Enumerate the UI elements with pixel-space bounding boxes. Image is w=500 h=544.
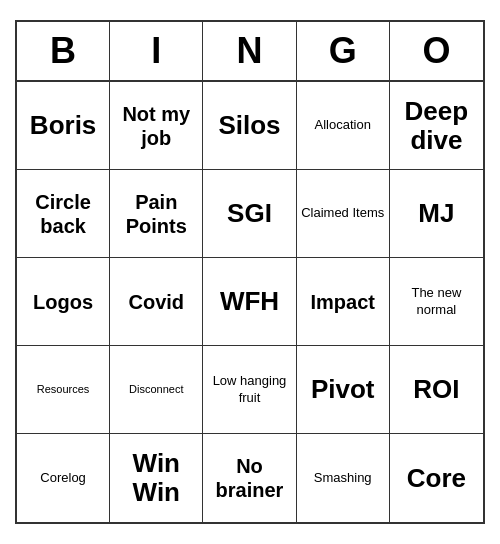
- bingo-cell: Pivot: [297, 346, 390, 434]
- bingo-cell: Resources: [17, 346, 110, 434]
- cell-text: ROI: [413, 375, 459, 404]
- cell-text: Pivot: [311, 375, 375, 404]
- cell-text: Disconnect: [129, 382, 183, 396]
- cell-text: Boris: [30, 111, 96, 140]
- bingo-cell: Allocation: [297, 82, 390, 170]
- header-letter: G: [297, 22, 390, 80]
- cell-text: Resources: [37, 382, 90, 396]
- cell-text: Allocation: [315, 117, 371, 134]
- cell-text: No brainer: [207, 454, 291, 502]
- bingo-cell: Disconnect: [110, 346, 203, 434]
- bingo-cell: Claimed Items: [297, 170, 390, 258]
- header-letter: I: [110, 22, 203, 80]
- bingo-cell: Smashing: [297, 434, 390, 522]
- bingo-cell: Core: [390, 434, 483, 522]
- cell-text: Covid: [129, 290, 185, 314]
- bingo-cell: MJ: [390, 170, 483, 258]
- cell-text: Circle back: [21, 190, 105, 238]
- bingo-cell: No brainer: [203, 434, 296, 522]
- bingo-cell: Boris: [17, 82, 110, 170]
- bingo-cell: Deep dive: [390, 82, 483, 170]
- bingo-cell: ROI: [390, 346, 483, 434]
- cell-text: SGI: [227, 199, 272, 228]
- cell-text: Win Win: [114, 449, 198, 506]
- bingo-cell: Covid: [110, 258, 203, 346]
- cell-text: Claimed Items: [301, 205, 384, 222]
- bingo-cell: Not my job: [110, 82, 203, 170]
- bingo-cell: Low hanging fruit: [203, 346, 296, 434]
- header-letter: O: [390, 22, 483, 80]
- bingo-cell: Pain Points: [110, 170, 203, 258]
- bingo-cell: WFH: [203, 258, 296, 346]
- bingo-cell: Win Win: [110, 434, 203, 522]
- bingo-cell: SGI: [203, 170, 296, 258]
- cell-text: Impact: [310, 290, 374, 314]
- bingo-cell: Logos: [17, 258, 110, 346]
- bingo-cell: Impact: [297, 258, 390, 346]
- cell-text: MJ: [418, 199, 454, 228]
- bingo-cell: Silos: [203, 82, 296, 170]
- cell-text: Silos: [218, 111, 280, 140]
- cell-text: WFH: [220, 287, 279, 316]
- header-letter: N: [203, 22, 296, 80]
- cell-text: Core: [407, 464, 466, 493]
- bingo-cell: The new normal: [390, 258, 483, 346]
- bingo-cell: Corelog: [17, 434, 110, 522]
- cell-text: Smashing: [314, 470, 372, 487]
- cell-text: Low hanging fruit: [207, 373, 291, 407]
- bingo-header: BINGO: [17, 22, 483, 82]
- cell-text: Corelog: [40, 470, 86, 487]
- cell-text: Logos: [33, 290, 93, 314]
- bingo-cell: Circle back: [17, 170, 110, 258]
- cell-text: The new normal: [394, 285, 479, 319]
- bingo-card: BINGO BorisNot my jobSilosAllocationDeep…: [15, 20, 485, 524]
- cell-text: Pain Points: [114, 190, 198, 238]
- header-letter: B: [17, 22, 110, 80]
- bingo-grid: BorisNot my jobSilosAllocationDeep diveC…: [17, 82, 483, 522]
- cell-text: Not my job: [114, 102, 198, 150]
- cell-text: Deep dive: [394, 97, 479, 154]
